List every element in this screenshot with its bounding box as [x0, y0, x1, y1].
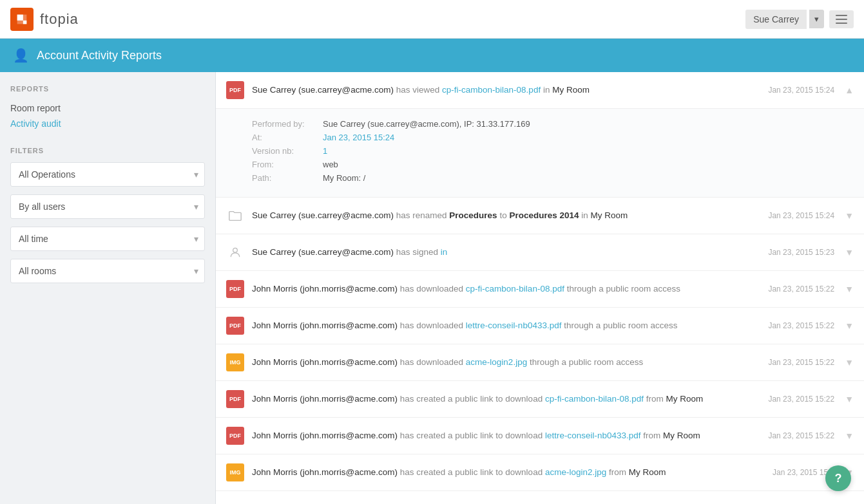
user-name: John Morris (john.morris@acme.com) [252, 467, 398, 477]
activity-expand-icon[interactable]: ▼ [845, 431, 854, 441]
activity-row[interactable]: PDF John Morris (john.morris@acme.com) h… [216, 381, 864, 417]
activity-row[interactable]: PDF Sue Carrey (sue.carrey@acme.com) has… [216, 72, 864, 108]
logo-area: ftopia [10, 8, 79, 31]
activity-row[interactable]: IMG John Morris (john.morris@acme.com) h… [216, 344, 864, 380]
sidebar: REPORTS Room report Activity audit FILTE… [0, 72, 216, 504]
time-filter-wrapper: All time ▾ [10, 227, 205, 251]
detail-path-label: Path: [252, 173, 323, 183]
file-name: acme-login2.jpg [545, 467, 606, 477]
pdf-icon: PDF [226, 317, 244, 335]
detail-path: Path: My Room: / [252, 173, 828, 183]
activity-item: IMG John Morris (john.morris@acme.com) h… [216, 454, 864, 491]
user-menu-button[interactable]: Sue Carrey [745, 10, 807, 29]
pdf-icon: PDF [226, 280, 244, 298]
activity-row[interactable]: PDF John Morris (john.morris@acme.com) h… [216, 308, 864, 344]
activity-expand-icon[interactable]: ▼ [845, 210, 854, 221]
activity-text: John Morris (john.morris@acme.com) has c… [252, 393, 755, 406]
activity-row[interactable]: PDF John Morris (john.morris@acme.com) h… [216, 418, 864, 454]
detail-version: Version nb: 1 [252, 146, 828, 156]
logo-icon [10, 8, 34, 31]
activity-item: Sue Carrey (sue.carrey@acme.com) has ren… [216, 198, 864, 234]
bold-text: Procedures 2014 [509, 210, 579, 220]
activity-expand-icon[interactable]: ▼ [845, 394, 854, 404]
activity-expand-icon[interactable]: ▲ [845, 85, 854, 95]
action-text: in [541, 85, 552, 95]
activity-row[interactable]: Sue Carrey (sue.carrey@acme.com) has ren… [216, 198, 864, 234]
activity-row[interactable]: PDF John Morris (john.morris@acme.com) h… [216, 271, 864, 307]
file-name: lettre-conseil-nb0433.pdf [466, 321, 562, 330]
action-text: through a public room access [527, 357, 643, 367]
detail-path-value: My Room: / [323, 173, 365, 183]
activity-time: Jan 23, 2015 15:24 [768, 211, 834, 220]
hamburger-icon [836, 15, 847, 24]
action-text: has downloaded [398, 284, 466, 294]
activity-item: IMG John Morris (john.morris@acme.com) h… [216, 344, 864, 381]
pdf-icon: PDF [226, 427, 244, 445]
activity-time: Jan 23, 2015 15:22 [768, 395, 834, 404]
help-button[interactable]: ? [825, 465, 851, 491]
activity-time: Jan 23, 2015 15:22 [768, 431, 834, 440]
activity-time: Jan 23, 2015 15:22 [768, 285, 834, 294]
activity-expand-icon[interactable]: ▼ [845, 284, 854, 294]
user-icon [226, 243, 244, 261]
activity-row[interactable]: Sue Carrey (sue.carrey@acme.com) has sig… [216, 234, 864, 270]
detail-performed-by: Performed by: Sue Carrey (sue.carrey@acm… [252, 119, 828, 129]
person-icon: 👤 [13, 48, 29, 63]
pdf-icon: PDF [226, 81, 244, 99]
rooms-filter-wrapper: All rooms ▾ [10, 259, 205, 283]
activity-item: PDF Sue Carrey (sue.carrey@acme.com) has… [216, 72, 864, 198]
user-name: Sue Carrey (sue.carrey@acme.com) [252, 210, 394, 220]
sidebar-item-room-report[interactable]: Room report [10, 100, 205, 116]
detail-performed-by-label: Performed by: [252, 119, 323, 129]
activity-time: Jan 23, 2015 15:23 [768, 248, 834, 257]
sidebar-item-activity-audit[interactable]: Activity audit [10, 116, 205, 131]
user-name: John Morris (john.morris@acme.com) [252, 394, 398, 404]
activity-item: Sue Carrey (sue.carrey@acme.com) has sig… [216, 234, 864, 271]
operations-filter[interactable]: All Operations [10, 162, 205, 187]
activity-expand-icon[interactable]: ▼ [845, 321, 854, 331]
app-logo-text: ftopia [40, 11, 79, 28]
user-name-label: Sue Carrey [753, 14, 799, 24]
page-title: Account Activity Reports [37, 49, 162, 62]
action-text: through a public room access [564, 284, 680, 294]
activity-item: PDF John Morris (john.morris@acme.com) h… [216, 308, 864, 344]
location-name: My Room [552, 85, 590, 95]
file-name: acme-login2.jpg [466, 357, 527, 367]
activity-expand-icon[interactable]: ▼ [845, 247, 854, 257]
detail-at-value: Jan 23, 2015 15:24 [323, 133, 394, 142]
activity-expand-icon[interactable]: ▼ [845, 357, 854, 368]
activity-detail: Performed by: Sue Carrey (sue.carrey@acm… [216, 108, 864, 197]
operations-filter-wrapper: All Operations ▾ [10, 162, 205, 187]
action-text: has created a public link to download [398, 431, 545, 440]
activity-item: PDF John Morris (john.morris@acme.com) h… [216, 381, 864, 418]
detail-performed-by-value: Sue Carrey (sue.carrey@acme.com), IP: 31… [323, 119, 530, 129]
activity-time: Jan 23, 2015 15:22 [768, 321, 834, 330]
activity-time: Jan 23, 2015 15:24 [768, 86, 834, 95]
rooms-filter[interactable]: All rooms [10, 259, 205, 283]
location-name: My Room [629, 467, 666, 477]
action-text: from [606, 467, 629, 477]
content-area: REPORTS Room report Activity audit FILTE… [0, 72, 864, 504]
activity-text: John Morris (john.morris@acme.com) has c… [252, 429, 755, 442]
user-name: Sue Carrey (sue.carrey@acme.com) [252, 247, 394, 257]
reports-section-title: REPORTS [10, 85, 205, 93]
time-filter[interactable]: All time [10, 227, 205, 251]
action-text: has downloaded [398, 357, 466, 367]
activity-text: Sue Carrey (sue.carrey@acme.com) has sig… [252, 246, 755, 259]
file-name: cp-fi-cambon-bilan-08.pdf [466, 284, 564, 294]
user-chevron-button[interactable]: ▾ [809, 10, 824, 28]
user-name: John Morris (john.morris@acme.com) [252, 284, 398, 294]
activity-row[interactable]: IMG John Morris (john.morris@acme.com) h… [216, 454, 864, 490]
action-text: to [497, 210, 510, 220]
detail-version-label: Version nb: [252, 146, 323, 156]
activity-text: John Morris (john.morris@acme.com) has d… [252, 283, 755, 295]
activity-time: Jan 23, 2015 15:22 [768, 358, 834, 367]
action-text: through a public room access [561, 321, 677, 330]
img-icon: IMG [226, 353, 244, 371]
file-name: cp-fi-cambon-bilan-08.pdf [545, 394, 644, 404]
users-filter[interactable]: By all users [10, 194, 205, 219]
hamburger-menu-button[interactable] [829, 10, 854, 28]
activity-text: John Morris (john.morris@acme.com) has d… [252, 356, 755, 369]
activity-text: Sue Carrey (sue.carrey@acme.com) has ren… [252, 209, 755, 222]
activity-item: PDF John Morris (john.morris@acme.com) h… [216, 418, 864, 454]
